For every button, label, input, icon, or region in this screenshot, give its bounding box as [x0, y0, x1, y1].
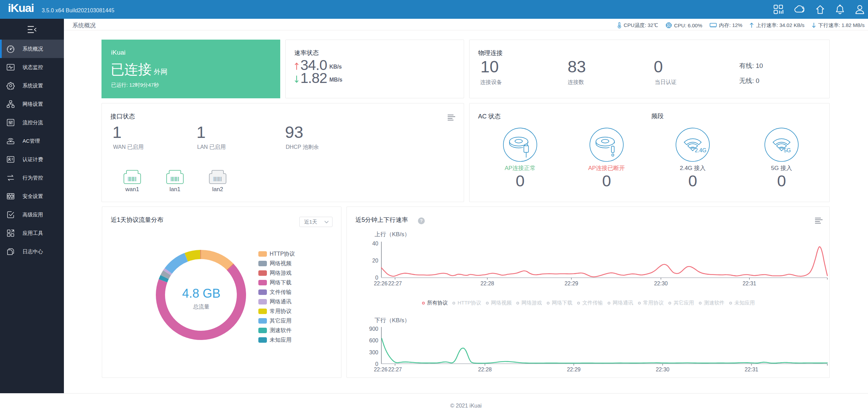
svg-text:40: 40	[372, 241, 378, 246]
svg-text:22:28: 22:28	[480, 281, 494, 286]
svg-text:22:27: 22:27	[388, 367, 402, 372]
svg-text:2.4G: 2.4G	[695, 147, 706, 153]
svg-text:0: 0	[375, 361, 378, 367]
svg-text:900: 900	[369, 326, 378, 332]
svg-text:22:30: 22:30	[654, 281, 668, 286]
svg-text:22:31: 22:31	[745, 367, 758, 372]
svg-text:600: 600	[369, 338, 378, 343]
svg-text:22:31: 22:31	[743, 281, 756, 286]
svg-text:20: 20	[372, 258, 378, 264]
svg-text:300: 300	[369, 350, 378, 355]
svg-text:22:29: 22:29	[567, 367, 581, 372]
svg-text:22:30: 22:30	[656, 367, 669, 372]
svg-text:5G: 5G	[784, 147, 791, 153]
svg-text:下行（KB/s）: 下行（KB/s）	[375, 317, 410, 324]
svg-text:22:26: 22:26	[374, 367, 388, 372]
svg-text:上行（KB/s）: 上行（KB/s）	[375, 231, 410, 238]
svg-text:22:26: 22:26	[374, 281, 388, 286]
svg-text:22:28: 22:28	[478, 367, 492, 372]
svg-text:0: 0	[375, 275, 378, 281]
svg-text:22:29: 22:29	[565, 281, 578, 286]
svg-text:22:27: 22:27	[388, 281, 402, 286]
